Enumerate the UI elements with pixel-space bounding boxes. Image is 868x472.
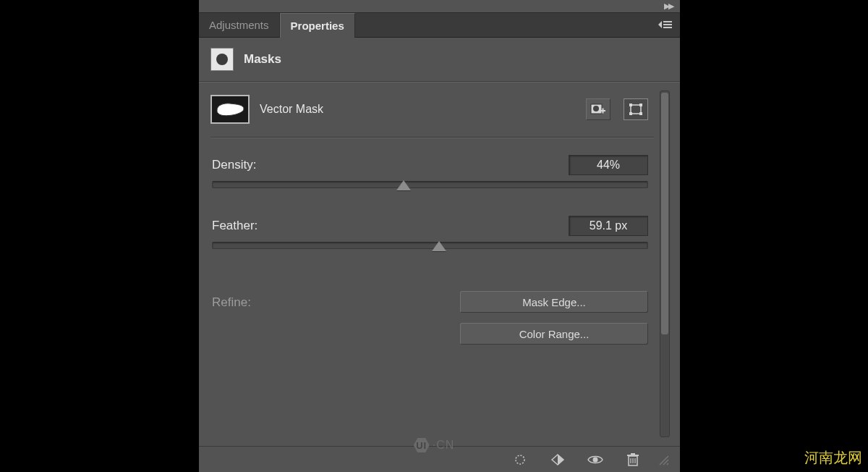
tab-adjustments[interactable]: Adjustments bbox=[199, 13, 280, 37]
collapse-icon[interactable]: ▶▶ bbox=[664, 1, 673, 11]
feather-slider-thumb[interactable] bbox=[432, 241, 446, 251]
feather-control: Feather: 59.1 px bbox=[212, 216, 648, 249]
delete-mask-icon[interactable] bbox=[625, 452, 641, 468]
vector-mask-thumbnail[interactable] bbox=[210, 95, 250, 124]
svg-rect-6 bbox=[603, 109, 604, 114]
resize-grip-icon[interactable] bbox=[655, 452, 671, 468]
select-mask-icon[interactable] bbox=[512, 452, 528, 468]
scrollbar-thumb[interactable] bbox=[661, 93, 668, 334]
mask-edge-button[interactable]: Mask Edge... bbox=[460, 291, 648, 313]
hex-badge-icon: UI bbox=[414, 437, 430, 453]
svg-rect-16 bbox=[631, 453, 635, 455]
svg-rect-7 bbox=[631, 105, 641, 114]
svg-point-4 bbox=[593, 106, 599, 111]
section-header: Masks bbox=[199, 38, 680, 81]
density-label[interactable]: Density: bbox=[212, 158, 256, 172]
panel-scrollbar[interactable] bbox=[660, 90, 670, 437]
feather-label[interactable]: Feather: bbox=[212, 219, 258, 233]
tab-row: Adjustments Properties bbox=[199, 13, 680, 38]
color-range-button[interactable]: Color Range... bbox=[460, 323, 648, 345]
mask-row: Vector Mask bbox=[210, 82, 654, 137]
properties-panel: ▶▶ Adjustments Properties Masks Vector M… bbox=[199, 0, 680, 472]
svg-rect-8 bbox=[629, 104, 632, 106]
tab-properties[interactable]: Properties bbox=[280, 13, 355, 38]
add-pixel-mask-button[interactable] bbox=[586, 98, 610, 120]
svg-rect-15 bbox=[627, 455, 639, 456]
panel-menu-icon[interactable] bbox=[658, 20, 673, 31]
section-title: Masks bbox=[244, 52, 281, 67]
panel-topbar: ▶▶ bbox=[199, 0, 680, 13]
svg-rect-11 bbox=[639, 112, 642, 115]
mask-type-label: Vector Mask bbox=[260, 103, 323, 116]
svg-line-22 bbox=[667, 463, 668, 465]
masks-icon bbox=[210, 48, 234, 71]
svg-point-13 bbox=[593, 457, 598, 462]
toggle-visibility-icon[interactable] bbox=[587, 452, 603, 468]
watermark-uicn: UI ·CN bbox=[414, 437, 455, 453]
svg-rect-9 bbox=[639, 104, 642, 106]
watermark-uicn-text: ·CN bbox=[433, 439, 455, 452]
svg-point-12 bbox=[516, 455, 524, 464]
refine-label: Refine: bbox=[212, 291, 306, 345]
svg-rect-1 bbox=[663, 24, 672, 25]
apply-mask-icon[interactable] bbox=[550, 452, 566, 468]
watermark-site: 河南龙网 bbox=[804, 448, 862, 468]
svg-rect-10 bbox=[629, 112, 632, 115]
svg-rect-0 bbox=[663, 21, 672, 22]
feather-slider-track[interactable] bbox=[212, 242, 648, 249]
refine-section: Refine: Mask Edge... Color Range... bbox=[210, 284, 654, 345]
density-value[interactable]: 44% bbox=[569, 155, 648, 175]
svg-rect-2 bbox=[663, 27, 672, 28]
density-control: Density: 44% bbox=[212, 155, 648, 188]
density-slider-track[interactable] bbox=[212, 181, 648, 188]
density-slider-thumb[interactable] bbox=[396, 180, 411, 190]
feather-value[interactable]: 59.1 px bbox=[569, 216, 648, 236]
add-vector-mask-button[interactable] bbox=[624, 98, 648, 120]
